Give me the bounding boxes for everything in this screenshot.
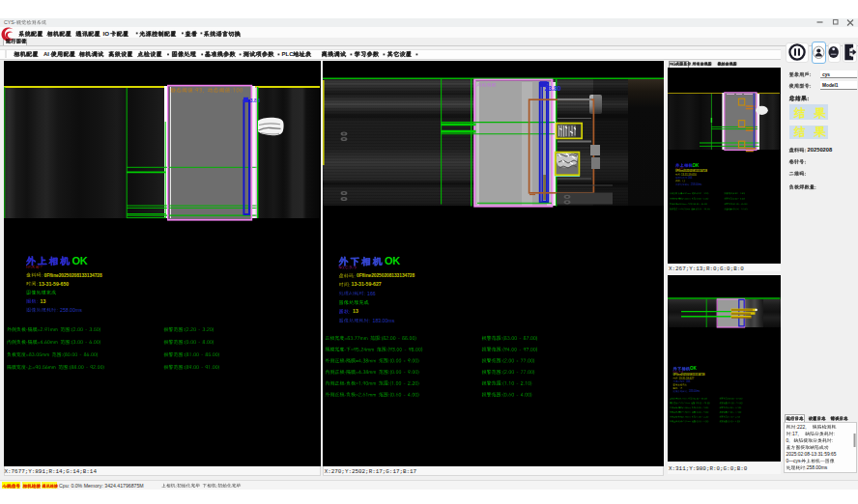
svg-text:166: 166	[688, 176, 693, 180]
svg-text:IO: IO	[103, 30, 110, 37]
svg-text:258.00ms: 258.00ms	[807, 465, 828, 470]
svg-text:0Ffline20250208133134728: 0Ffline20250208133134728	[673, 373, 705, 377]
svg-text:166: 166	[367, 291, 376, 296]
svg-text:OK: OK	[690, 366, 698, 371]
svg-text:222,: 222,	[797, 425, 807, 430]
svg-text:0—cys—: 0—cys—	[786, 459, 806, 463]
svg-text:23.80: 23.80	[545, 85, 561, 92]
svg-text:183.00ms: 183.00ms	[373, 318, 395, 323]
svg-text:OK: OK	[72, 255, 88, 266]
svg-text:CYS-: CYS-	[4, 19, 16, 25]
svg-text:13: 13	[41, 298, 46, 304]
svg-text:258.00ms: 258.00ms	[691, 182, 702, 186]
svg-text:2025:02:08-13:31:59:65: 2025:02:08-13:31:59:65	[786, 452, 837, 457]
svg-text:183.00ms: 183.00ms	[689, 389, 701, 393]
svg-text:0,: 0,	[786, 438, 790, 443]
svg-text:13-31-59-627: 13-31-59-627	[352, 281, 382, 287]
svg-text:0Ffline20250208133134728: 0Ffline20250208133134728	[44, 273, 102, 278]
svg-text:X:270;Y:2502;R:17;G:17;B:17: X:270;Y:2502;R:17;G:17;B:17	[325, 468, 417, 475]
svg-text:X:267;Y:13;R:0;G:0;B:0: X:267;Y:13;R:0;G:0;B:0	[669, 266, 744, 272]
svg-text:X:311;Y:980;R:0;G:0;B:0: X:311;Y:980;R:0;G:0;B:0	[669, 465, 748, 472]
svg-text:20250208: 20250208	[808, 147, 834, 153]
svg-text:OK: OK	[385, 255, 400, 266]
svg-text:X:7677;Y:891;R:14;G:14;B:14: X:7677;Y:891;R:14;G:14;B:14	[5, 468, 98, 475]
svg-text:Cpu: 0.0% Memory: 3424.4179687: Cpu: 0.0% Memory: 3424.41796875M	[59, 483, 144, 489]
svg-text:AI: AI	[43, 51, 49, 57]
svg-text:17,: 17,	[792, 432, 799, 436]
svg-text:13: 13	[353, 308, 358, 314]
svg-text:0Ffline20250208133134728: 0Ffline20250208133134728	[357, 273, 415, 278]
svg-text:166: 166	[686, 379, 691, 383]
svg-text:258.00ms: 258.00ms	[60, 307, 82, 313]
svg-text:PLC: PLC	[282, 51, 295, 57]
svg-text:OK: OK	[693, 163, 701, 168]
svg-text:cys: cys	[822, 72, 830, 77]
svg-text:Model1: Model1	[822, 83, 839, 88]
svg-text:3.88: 3.88	[250, 98, 261, 103]
svg-text:13-31-59-650: 13-31-59-650	[39, 281, 69, 287]
